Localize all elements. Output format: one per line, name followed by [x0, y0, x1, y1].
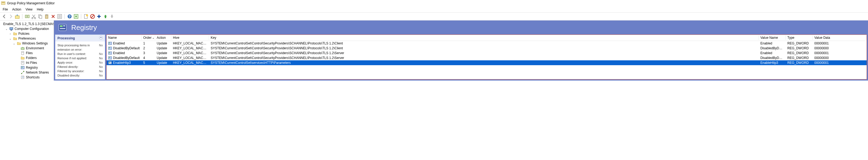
- cut-button[interactable]: [31, 14, 36, 19]
- tree-item-ini-files[interactable]: Ini Files: [1, 60, 54, 65]
- processing-value: No: [99, 52, 103, 56]
- collapse-icon[interactable]: [99, 36, 103, 40]
- options-button[interactable]: [73, 14, 79, 19]
- table-row[interactable]: EnableHttp35UpdateHKEY_LOCAL_MACHINESYST…: [106, 60, 867, 65]
- tree-item-shortcuts[interactable]: Shortcuts: [1, 75, 54, 80]
- tree-label: Ini Files: [26, 61, 37, 65]
- tree-label: Environment: [26, 46, 44, 50]
- processing-key: Remove if not applied:: [58, 56, 87, 60]
- cell-value-name: Enabled: [759, 41, 786, 46]
- tree-twisty[interactable]: ⌄: [5, 28, 8, 30]
- cell-key: SYSTEM\CurrentControlSet\Control\Securit…: [209, 56, 759, 60]
- move-down-button[interactable]: [109, 14, 115, 19]
- processing-row: Run in user's context:No: [58, 52, 103, 56]
- cell-type: REG_DWORD: [786, 60, 813, 65]
- registry-list: Name Order▴ Action Hive Key Value Name T…: [106, 34, 867, 79]
- tree-preferences[interactable]: ⌄ Preferences: [1, 36, 54, 41]
- table-row[interactable]: DisabledByDefault4UpdateHKEY_LOCAL_MACHI…: [106, 56, 867, 60]
- stop-button[interactable]: [90, 14, 95, 19]
- processing-row: Filtered directly:No: [58, 65, 103, 69]
- cell-action: Update: [155, 60, 171, 65]
- cell-order: 2: [142, 46, 155, 51]
- tree-item-folders[interactable]: Folders: [1, 56, 54, 60]
- processing-row: Disabled directly:No: [58, 73, 103, 77]
- menu-action[interactable]: Action: [12, 7, 21, 11]
- registry-item-icon: [108, 61, 112, 65]
- up-button[interactable]: [14, 14, 20, 19]
- cell-name: Enabled: [106, 51, 142, 56]
- titlebar: Group Policy Management Editor: [0, 0, 868, 6]
- processing-panel: Processing Stop processing items in exte…: [55, 34, 105, 79]
- col-value-data[interactable]: Value Data: [813, 35, 867, 41]
- new-item-button[interactable]: [83, 14, 89, 19]
- back-button[interactable]: [2, 14, 7, 19]
- table-row[interactable]: Enabled1UpdateHKEY_LOCAL_MACHINESYSTEM\C…: [106, 41, 867, 46]
- tree-label: Preferences: [18, 37, 36, 40]
- tree-label: Network Shares: [26, 71, 49, 74]
- tree-pane[interactable]: Enable_TLS 1.2_TLS 1.3 [SECMAST ⌄ Comput…: [0, 21, 54, 81]
- delete-button[interactable]: [51, 14, 56, 19]
- tree-label: Files: [26, 51, 33, 55]
- svg-text:?: ?: [68, 15, 71, 19]
- tree-label: Registry: [26, 66, 38, 69]
- properties-button[interactable]: [57, 14, 62, 19]
- show-hide-tree-button[interactable]: [25, 14, 30, 19]
- col-hive[interactable]: Hive: [171, 35, 209, 41]
- tree-item-files[interactable]: Files: [1, 51, 54, 56]
- svg-rect-10: [40, 15, 42, 18]
- right-pane: Registry Processing Stop processing item…: [54, 21, 868, 81]
- tree-item-registry[interactable]: Registry: [1, 65, 54, 70]
- copy-button[interactable]: [37, 14, 43, 19]
- tree-item-environment[interactable]: Environment: [1, 46, 54, 51]
- tree-windows-settings[interactable]: ⌄ Windows Settings: [1, 41, 54, 46]
- cell-value-name: EnableHttp3: [759, 60, 786, 65]
- add-button[interactable]: [96, 14, 102, 19]
- ini-icon: [21, 61, 25, 65]
- tree-item-network-shares[interactable]: Network Shares: [1, 70, 54, 75]
- processing-header[interactable]: Processing: [55, 35, 105, 41]
- col-type[interactable]: Type: [786, 35, 813, 41]
- move-up-button[interactable]: [103, 14, 108, 19]
- cell-value-name: DisabledByDef...: [759, 56, 786, 60]
- tree-computer-config[interactable]: ⌄ Computer Configuration: [1, 26, 54, 31]
- svg-rect-2: [16, 16, 20, 19]
- cell-action: Update: [155, 41, 171, 46]
- cell-value-data: 00000001: [813, 41, 867, 46]
- tree-twisty[interactable]: ⌄: [12, 42, 16, 45]
- tree-label: Shortcuts: [26, 75, 40, 79]
- folder-icon: [13, 36, 17, 41]
- lower: Processing Stop processing items in exte…: [54, 34, 868, 81]
- forward-button[interactable]: [8, 14, 13, 19]
- svg-rect-52: [109, 52, 110, 53]
- tree-twisty[interactable]: ⌄: [9, 37, 12, 40]
- table-row[interactable]: Enabled3UpdateHKEY_LOCAL_MACHINESYSTEM\C…: [106, 51, 867, 56]
- paste-button[interactable]: [44, 14, 49, 19]
- tree-root[interactable]: Enable_TLS 1.2_TLS 1.3 [SECMAST: [1, 22, 54, 26]
- svg-rect-29: [10, 28, 13, 30]
- cell-hive: HKEY_LOCAL_MACHINE: [171, 51, 209, 56]
- svg-point-22: [86, 14, 88, 17]
- tree-twisty[interactable]: ›: [9, 32, 12, 35]
- cell-name: EnableHttp3: [106, 60, 142, 65]
- col-value-name[interactable]: Value Name: [759, 35, 786, 41]
- toolbar-sep: [81, 14, 81, 19]
- svg-rect-54: [109, 57, 110, 58]
- window-title: Group Policy Management Editor: [7, 1, 55, 5]
- registry-item-icon: [108, 41, 112, 45]
- col-name[interactable]: Name: [106, 35, 142, 41]
- folder-icon: [17, 41, 21, 45]
- svg-rect-42: [59, 24, 66, 31]
- help-button[interactable]: ?: [67, 14, 72, 19]
- menu-view[interactable]: View: [26, 7, 33, 11]
- col-key[interactable]: Key: [209, 35, 759, 41]
- processing-value: No: [99, 43, 103, 52]
- tree-policies[interactable]: › Policies: [1, 31, 54, 36]
- col-action[interactable]: Action: [155, 35, 171, 41]
- col-order[interactable]: Order▴: [142, 35, 155, 41]
- menu-file[interactable]: File: [3, 7, 8, 11]
- cell-order: 1: [142, 41, 155, 46]
- tree-label: Enable_TLS 1.2_TLS 1.3 [SECMAST: [3, 22, 54, 26]
- cell-name: Enabled: [106, 41, 142, 46]
- table-row[interactable]: DisabledByDefault2UpdateHKEY_LOCAL_MACHI…: [106, 46, 867, 51]
- menu-help[interactable]: Help: [37, 7, 44, 11]
